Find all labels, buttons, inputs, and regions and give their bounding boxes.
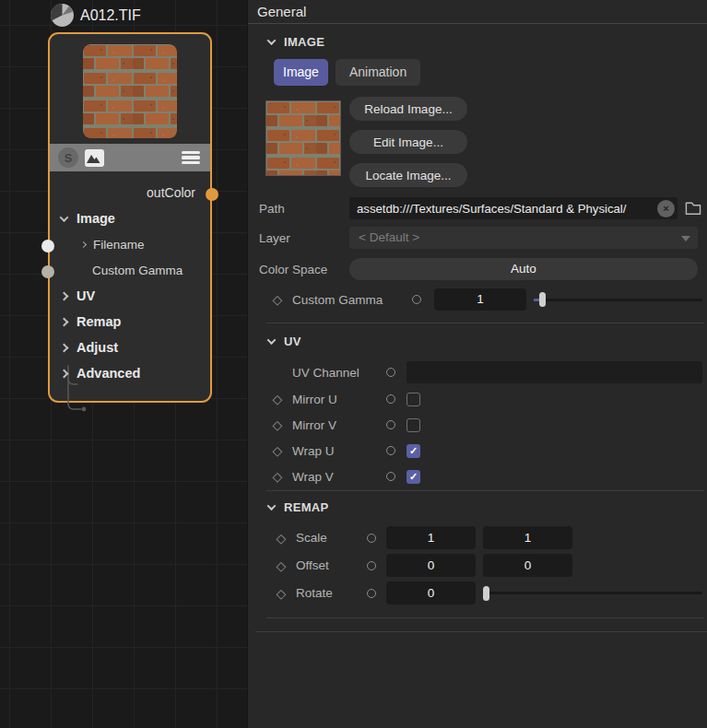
path-label: Path xyxy=(259,202,349,216)
brick-texture-preview[interactable] xyxy=(265,100,341,176)
filename-port[interactable] xyxy=(41,240,54,252)
image-badge-icon[interactable] xyxy=(85,149,104,167)
rotate-input[interactable]: 0 xyxy=(386,581,476,605)
node-graph-canvas[interactable]: A012.TIF S outColor xyxy=(0,0,247,728)
slider-thumb[interactable] xyxy=(483,586,489,601)
tab-image[interactable]: Image xyxy=(274,59,328,86)
node-preview xyxy=(50,34,210,144)
connection-port-icon[interactable] xyxy=(386,420,395,429)
keyframe-diamond-icon[interactable]: ◇ xyxy=(270,417,285,432)
connection-port-icon[interactable] xyxy=(367,589,376,598)
clear-path-icon[interactable]: × xyxy=(657,200,675,217)
edit-image-button[interactable]: Edit Image... xyxy=(349,130,467,154)
tree-item-image[interactable]: Image xyxy=(50,205,210,231)
node-toolbar: S xyxy=(50,144,210,171)
outcolor-label: outColor xyxy=(50,182,210,203)
chevron-right-icon[interactable] xyxy=(60,291,69,300)
reload-image-button[interactable]: Reload Image... xyxy=(349,97,467,121)
divider xyxy=(266,490,704,491)
connection-port-icon[interactable] xyxy=(367,561,376,570)
connection-port-icon[interactable] xyxy=(412,295,421,304)
browse-folder-icon[interactable] xyxy=(685,201,701,216)
scale-label: Scale xyxy=(296,531,359,545)
tree-item-adjust[interactable]: Adjust xyxy=(50,335,210,360)
offset-y-input[interactable]: 0 xyxy=(483,554,572,577)
keyframe-diamond-icon[interactable]: ◇ xyxy=(274,531,289,546)
tab-animation[interactable]: Animation xyxy=(336,59,420,86)
section-header-uv[interactable]: UV xyxy=(268,334,707,348)
scale-y-input[interactable]: 1 xyxy=(483,526,572,549)
chevron-down-icon[interactable] xyxy=(267,36,277,45)
chevron-down-icon[interactable] xyxy=(60,213,69,222)
offset-label: Offset xyxy=(296,558,359,572)
keyframe-diamond-icon[interactable]: ◇ xyxy=(270,469,285,484)
chevron-down-icon[interactable] xyxy=(267,335,277,345)
rotate-slider[interactable] xyxy=(483,586,702,601)
layer-dropdown[interactable]: < Default > xyxy=(349,227,698,249)
mirror-v-label: Mirror V xyxy=(292,418,379,432)
node-title: A012.TIF xyxy=(80,7,141,24)
keyframe-diamond-icon[interactable]: ◇ xyxy=(270,292,285,307)
keyframe-diamond-icon[interactable]: ◇ xyxy=(270,392,285,406)
custom-gamma-port[interactable] xyxy=(41,265,54,278)
image-animation-tabs: Image Animation xyxy=(274,59,707,86)
slider-thumb[interactable] xyxy=(539,292,546,307)
shading-ball-icon xyxy=(50,3,75,28)
divider xyxy=(266,323,704,323)
connection-port-icon[interactable] xyxy=(386,472,395,481)
mirror-u-label: Mirror U xyxy=(292,393,379,406)
divider xyxy=(248,23,707,24)
custom-gamma-input[interactable]: 1 xyxy=(434,288,526,311)
connection-port-icon[interactable] xyxy=(386,394,395,404)
chevron-down-icon[interactable] xyxy=(267,501,277,511)
surface-badge-icon[interactable]: S xyxy=(58,147,78,168)
attribute-editor-panel: General IMAGE Image Animation Reload Ima… xyxy=(247,0,707,728)
chevron-right-icon[interactable] xyxy=(60,317,69,326)
scale-x-input[interactable]: 1 xyxy=(386,526,476,549)
tree-item-uv[interactable]: UV xyxy=(50,283,210,309)
keyframe-diamond-icon[interactable]: ◇ xyxy=(274,558,289,573)
tree-connector-lines xyxy=(63,363,101,417)
color-space-label: Color Space xyxy=(259,263,349,276)
keyframe-diamond-icon[interactable]: ◇ xyxy=(270,443,285,458)
rotate-label: Rotate xyxy=(296,586,359,600)
custom-gamma-slider[interactable] xyxy=(534,292,702,307)
node-header[interactable]: A012.TIF xyxy=(50,3,141,28)
wrap-v-label: Wrap V xyxy=(292,470,379,484)
connection-port-icon[interactable] xyxy=(386,368,395,377)
uv-channel-label: UV Channel xyxy=(292,366,379,380)
connection-port-icon[interactable] xyxy=(367,534,376,543)
path-value: assetdb:///Textures/Surfaces/Standard & … xyxy=(349,202,650,216)
divider xyxy=(266,617,704,618)
tree-item-filename[interactable]: Filename xyxy=(50,231,210,257)
wrap-u-label: Wrap U xyxy=(292,444,379,458)
section-header-image[interactable]: IMAGE xyxy=(268,34,707,49)
layer-value: < Default > xyxy=(359,230,419,244)
tree-item-remap[interactable]: Remap xyxy=(50,309,210,335)
wrap-u-checkbox[interactable]: ✓ xyxy=(407,444,420,458)
mirror-v-checkbox[interactable] xyxy=(407,418,420,432)
path-input[interactable]: assetdb:///Textures/Surfaces/Standard & … xyxy=(349,197,678,219)
layer-label: Layer xyxy=(259,231,349,245)
chevron-right-icon[interactable] xyxy=(60,343,69,352)
node-attribute-tree: outColor Image Filename Custom Gamma xyxy=(50,171,210,386)
divider xyxy=(255,631,707,632)
wrap-v-checkbox[interactable]: ✓ xyxy=(407,470,420,484)
dropdown-caret-icon xyxy=(681,236,690,241)
tree-item-custom-gamma[interactable]: Custom Gamma xyxy=(50,257,210,283)
offset-x-input[interactable]: 0 xyxy=(386,554,476,577)
connection-port-icon[interactable] xyxy=(386,446,395,455)
section-header-remap[interactable]: REMAP xyxy=(268,499,707,514)
texture-node[interactable]: S outColor Image Filename xyxy=(48,32,212,403)
locate-image-button[interactable]: Locate Image... xyxy=(349,163,467,187)
mirror-u-checkbox[interactable] xyxy=(407,393,420,406)
panel-title: General xyxy=(248,0,707,23)
menu-icon[interactable] xyxy=(182,151,200,165)
outcolor-port[interactable] xyxy=(206,188,218,201)
custom-gamma-label: Custom Gamma xyxy=(292,293,412,307)
chevron-right-icon[interactable] xyxy=(80,241,87,247)
brick-texture-thumbnail xyxy=(83,44,177,138)
uv-channel-input[interactable] xyxy=(407,361,702,383)
keyframe-diamond-icon[interactable]: ◇ xyxy=(274,586,289,601)
color-space-selector[interactable]: Auto xyxy=(349,258,698,280)
